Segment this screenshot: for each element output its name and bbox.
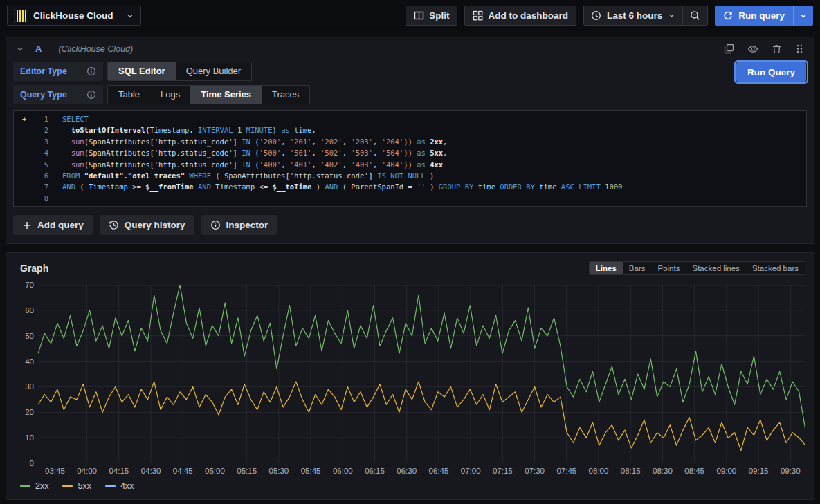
copy-icon bbox=[724, 44, 734, 54]
run-query-panel-button[interactable]: Run Query bbox=[736, 62, 807, 82]
query-type-switch: TableLogsTime SeriesTraces bbox=[107, 85, 310, 104]
x-tick-label: 04:30 bbox=[141, 467, 161, 475]
query-type-tab-table[interactable]: Table bbox=[108, 86, 150, 104]
history-icon bbox=[109, 220, 119, 230]
add-query-label: Add query bbox=[37, 220, 84, 230]
time-series-chart: 010203040506070 03:4504:0004:1504:3004:4… bbox=[15, 285, 805, 495]
x-tick-label: 06:15 bbox=[365, 467, 385, 475]
graph-style-switch: LinesBarsPointsStacked linesStacked bars bbox=[589, 261, 805, 275]
x-tick-label: 04:00 bbox=[77, 467, 97, 475]
dashboard-grid-icon bbox=[473, 10, 483, 21]
run-query-button[interactable]: Run query bbox=[715, 6, 793, 26]
top-toolbar: ClickHouse Cloud Split Add to dashboard … bbox=[0, 0, 820, 31]
info-icon bbox=[86, 90, 96, 100]
x-tick-label: 07:30 bbox=[525, 467, 545, 475]
query-history-button[interactable]: Query history bbox=[100, 215, 194, 235]
x-tick-label: 06:45 bbox=[429, 467, 449, 475]
query-editor-panel: A (ClickHouse Cloud) Editor Type SQL Edi… bbox=[6, 37, 814, 244]
legend-item-5xx[interactable]: 5xx bbox=[62, 481, 91, 491]
trash-icon bbox=[772, 44, 782, 54]
info-icon bbox=[86, 66, 96, 76]
eye-icon bbox=[747, 44, 758, 55]
editor-type-sql-editor[interactable]: SQL Editor bbox=[108, 62, 176, 80]
query-row-header[interactable]: A (ClickHouse Cloud) bbox=[6, 37, 814, 60]
zoom-out-icon bbox=[690, 10, 700, 21]
x-tick-label: 08:15 bbox=[621, 467, 641, 475]
query-type-tab-traces[interactable]: Traces bbox=[262, 86, 309, 104]
x-tick-label: 07:45 bbox=[556, 467, 576, 475]
graph-panel: Graph LinesBarsPointsStacked linesStacke… bbox=[6, 252, 814, 500]
graph-panel-title: Graph bbox=[15, 263, 48, 274]
y-tick-label: 70 bbox=[25, 281, 34, 289]
chevron-down-icon bbox=[668, 12, 675, 19]
legend-item-4xx[interactable]: 4xx bbox=[105, 481, 134, 491]
x-tick-label: 05:15 bbox=[237, 467, 257, 475]
x-tick-label: 08:00 bbox=[589, 467, 609, 475]
graph-mode-bars[interactable]: Bars bbox=[623, 262, 652, 274]
x-tick-label: 08:45 bbox=[684, 467, 704, 475]
y-tick-label: 30 bbox=[25, 382, 34, 391]
x-tick-label: 06:00 bbox=[333, 467, 353, 475]
legend-item-2xx[interactable]: 2xx bbox=[20, 481, 48, 491]
x-tick-label: 04:15 bbox=[109, 467, 129, 475]
clock-icon bbox=[591, 10, 601, 21]
x-tick-label: 04:45 bbox=[173, 467, 193, 475]
x-tick-label: 06:30 bbox=[397, 467, 417, 475]
add-query-button[interactable]: Add query bbox=[13, 215, 93, 235]
graph-mode-lines[interactable]: Lines bbox=[590, 262, 623, 274]
x-tick-label: 05:45 bbox=[301, 467, 321, 475]
sql-line[interactable]: 4 sum(SpanAttributes['http.status_code']… bbox=[14, 147, 806, 158]
add-to-dashboard-button[interactable]: Add to dashboard bbox=[464, 6, 576, 26]
split-label: Split bbox=[429, 10, 449, 21]
collapse-caret-icon bbox=[16, 45, 24, 53]
drag-query-handle[interactable] bbox=[795, 44, 804, 54]
add-to-dashboard-label: Add to dashboard bbox=[488, 10, 568, 21]
x-tick-label: 08:30 bbox=[653, 467, 673, 475]
plus-icon bbox=[22, 221, 32, 230]
time-controls: Last 6 hours bbox=[583, 6, 708, 26]
series-line-2xx bbox=[38, 285, 805, 430]
refresh-icon bbox=[723, 11, 733, 21]
query-ref-id: A bbox=[35, 44, 42, 54]
sql-line[interactable]: 3 sum(SpanAttributes['http.status_code']… bbox=[14, 136, 806, 147]
editor-type-query-builder[interactable]: Query Builder bbox=[176, 62, 251, 80]
disable-query-button[interactable] bbox=[747, 44, 758, 55]
run-query-options-button[interactable] bbox=[793, 6, 813, 26]
sql-line[interactable]: 7AND ( Timestamp >= $__fromTime AND Time… bbox=[14, 181, 806, 192]
sql-code-editor[interactable]: +1SELECT2 toStartOfInterval(Timestamp, I… bbox=[13, 110, 807, 207]
query-type-label: Query Type bbox=[13, 85, 103, 104]
query-type-tab-logs[interactable]: Logs bbox=[150, 86, 190, 104]
x-tick-label: 09:30 bbox=[781, 467, 801, 475]
zoom-out-button[interactable] bbox=[682, 6, 707, 25]
time-range-label: Last 6 hours bbox=[607, 10, 662, 21]
delete-query-button[interactable] bbox=[772, 44, 782, 54]
y-tick-label: 40 bbox=[25, 357, 34, 366]
split-button[interactable]: Split bbox=[406, 6, 457, 26]
graph-mode-stacked-lines[interactable]: Stacked lines bbox=[686, 262, 745, 274]
query-type-tab-time-series[interactable]: Time Series bbox=[190, 86, 262, 104]
plot-area[interactable] bbox=[38, 285, 805, 463]
graph-mode-stacked-bars[interactable]: Stacked bars bbox=[746, 262, 805, 274]
info-circle-icon bbox=[210, 220, 221, 230]
sql-line[interactable]: +1SELECT bbox=[14, 113, 806, 124]
y-tick-label: 10 bbox=[25, 433, 34, 442]
duplicate-query-button[interactable] bbox=[724, 44, 734, 54]
graph-mode-points[interactable]: Points bbox=[652, 262, 686, 274]
sql-line[interactable]: 5 sum(SpanAttributes['http.status_code']… bbox=[14, 159, 806, 170]
x-axis: 03:4504:0004:1504:3004:4505:0005:1505:30… bbox=[38, 463, 805, 477]
sql-line[interactable]: 8 bbox=[14, 193, 806, 204]
inspector-button[interactable]: Inspector bbox=[201, 215, 277, 235]
chart-legend: 2xx5xx4xx bbox=[15, 477, 805, 495]
time-range-picker[interactable]: Last 6 hours bbox=[584, 6, 682, 25]
legend-swatch bbox=[20, 485, 30, 487]
sql-line[interactable]: 6FROM "default"."otel_traces" WHERE ( Sp… bbox=[14, 170, 806, 181]
x-tick-label: 09:15 bbox=[749, 467, 769, 475]
sql-line[interactable]: 2 toStartOfInterval(Timestamp, INTERVAL … bbox=[14, 124, 806, 136]
run-query-label: Run query bbox=[738, 10, 785, 21]
datasource-picker[interactable]: ClickHouse Cloud bbox=[7, 6, 141, 26]
clickhouse-logo bbox=[14, 9, 28, 23]
x-tick-label: 03:45 bbox=[45, 467, 65, 475]
run-query-split-button: Run query bbox=[715, 6, 813, 26]
legend-swatch bbox=[62, 485, 73, 487]
series-line-5xx bbox=[38, 382, 805, 450]
